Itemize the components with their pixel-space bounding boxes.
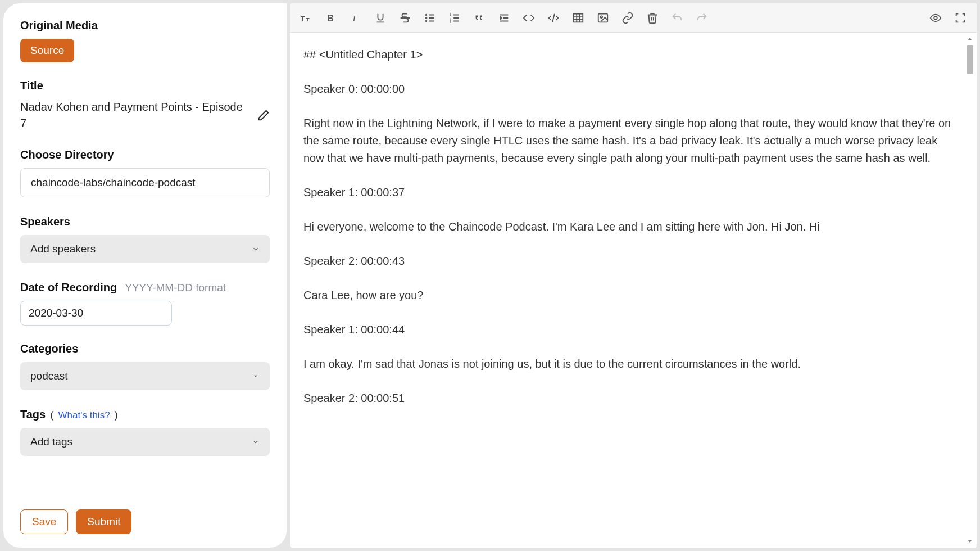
chevron-down-icon bbox=[252, 245, 260, 253]
paren-open: ( bbox=[50, 409, 53, 421]
date-format-hint: YYYY-MM-DD format bbox=[125, 282, 226, 294]
caret-down-icon bbox=[252, 372, 260, 380]
metadata-sidebar: Original Media Source Title Nadav Kohen … bbox=[3, 3, 287, 548]
paren-close: ) bbox=[115, 409, 118, 421]
svg-rect-23 bbox=[574, 13, 583, 22]
tags-label: Tags bbox=[20, 408, 46, 421]
svg-marker-31 bbox=[968, 38, 972, 40]
svg-text:T: T bbox=[301, 14, 305, 22]
original-media-label: Original Media bbox=[20, 19, 270, 32]
link-icon[interactable] bbox=[621, 12, 634, 24]
categories-select[interactable]: podcast bbox=[20, 362, 270, 390]
scroll-down-icon[interactable] bbox=[965, 536, 974, 545]
text-size-icon[interactable]: TT bbox=[300, 12, 312, 24]
svg-text:I: I bbox=[352, 13, 356, 22]
whats-this-link[interactable]: What's this? bbox=[58, 410, 110, 421]
tags-placeholder: Add tags bbox=[30, 436, 72, 448]
strikethrough-icon[interactable] bbox=[399, 12, 411, 24]
editor-line: Speaker 2: 00:00:51 bbox=[303, 390, 956, 407]
svg-line-22 bbox=[552, 13, 555, 22]
svg-point-9 bbox=[426, 20, 427, 21]
indent-icon[interactable] bbox=[498, 12, 510, 24]
svg-point-29 bbox=[600, 16, 602, 18]
undo-icon[interactable] bbox=[671, 12, 683, 24]
editor-line: Hi everyone, welcome to the Chaincode Po… bbox=[303, 218, 956, 236]
svg-point-8 bbox=[426, 17, 427, 19]
choose-directory-label: Choose Directory bbox=[20, 148, 270, 161]
tags-select[interactable]: Add tags bbox=[20, 428, 270, 456]
speakers-placeholder: Add speakers bbox=[30, 243, 96, 255]
editor-line: Speaker 1: 00:00:44 bbox=[303, 321, 956, 338]
scrollbar-track[interactable] bbox=[965, 35, 974, 545]
redo-icon[interactable] bbox=[696, 12, 708, 24]
edit-icon[interactable] bbox=[257, 109, 270, 121]
date-label: Date of Recording bbox=[20, 281, 117, 294]
save-button[interactable]: Save bbox=[20, 509, 68, 534]
transcript-editor[interactable]: ## <Untitled Chapter 1> Speaker 0: 00:00… bbox=[290, 33, 977, 548]
quote-icon[interactable] bbox=[473, 12, 486, 24]
directory-input[interactable] bbox=[20, 168, 270, 197]
editor-line: Right now in the Lightning Network, if I… bbox=[303, 115, 956, 167]
delete-icon[interactable] bbox=[646, 12, 659, 24]
categories-value: podcast bbox=[30, 370, 68, 382]
svg-text:T: T bbox=[306, 16, 310, 22]
code-icon[interactable] bbox=[523, 12, 535, 24]
chevron-down-icon bbox=[252, 438, 260, 446]
editor-line: ## <Untitled Chapter 1> bbox=[303, 46, 956, 64]
submit-button[interactable]: Submit bbox=[76, 509, 131, 534]
svg-point-7 bbox=[426, 14, 427, 15]
image-icon[interactable] bbox=[597, 12, 609, 24]
svg-text:3: 3 bbox=[450, 20, 452, 24]
preview-icon[interactable] bbox=[929, 12, 942, 24]
speakers-select[interactable]: Add speakers bbox=[20, 235, 270, 263]
italic-icon[interactable]: I bbox=[350, 12, 362, 24]
svg-marker-0 bbox=[254, 376, 257, 377]
editor-line: Cara Lee, how are you? bbox=[303, 287, 956, 304]
bold-icon[interactable]: B bbox=[325, 12, 337, 24]
table-icon[interactable] bbox=[572, 12, 584, 24]
speakers-label: Speakers bbox=[20, 215, 270, 228]
title-text: Nadav Kohen and Payment Points - Episode… bbox=[20, 99, 245, 132]
editor-line: Speaker 1: 00:00:37 bbox=[303, 184, 956, 201]
editor-line: Speaker 0: 00:00:00 bbox=[303, 80, 956, 98]
underline-icon[interactable] bbox=[374, 12, 387, 24]
scrollbar-thumb[interactable] bbox=[967, 45, 973, 74]
editor-panel: TT B I 123 ## <Untitled Chapter 1> Spe bbox=[290, 3, 977, 548]
editor-line: I am okay. I'm sad that Jonas is not joi… bbox=[303, 355, 956, 373]
editor-line: Speaker 2: 00:00:43 bbox=[303, 252, 956, 270]
fullscreen-icon[interactable] bbox=[954, 12, 967, 24]
svg-marker-32 bbox=[968, 540, 972, 543]
scroll-up-icon[interactable] bbox=[965, 35, 974, 44]
bullet-list-icon[interactable] bbox=[424, 12, 436, 24]
categories-label: Categories bbox=[20, 342, 270, 355]
date-input[interactable] bbox=[20, 301, 172, 326]
source-button[interactable]: Source bbox=[20, 39, 74, 62]
svg-point-30 bbox=[934, 16, 937, 20]
code-block-icon[interactable] bbox=[547, 12, 560, 24]
title-label: Title bbox=[20, 79, 270, 92]
numbered-list-icon[interactable]: 123 bbox=[448, 12, 461, 24]
editor-toolbar: TT B I 123 bbox=[290, 3, 977, 33]
svg-text:B: B bbox=[328, 13, 334, 22]
